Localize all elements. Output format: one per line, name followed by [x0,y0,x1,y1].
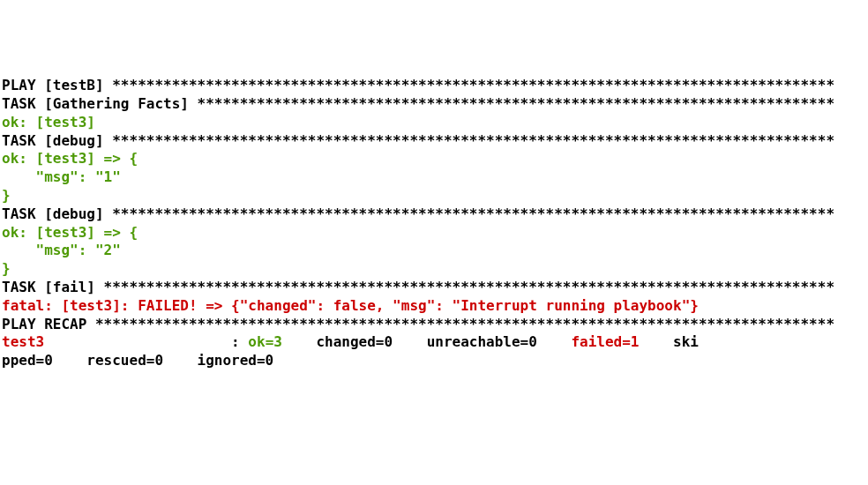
terminal-line: ok: [test3] => { [2,224,868,242]
terminal-line: test3 : ok=3 changed=0 unreachable=0 fai… [2,333,868,352]
terminal-segment: } [2,187,11,204]
terminal-segment: : [44,333,248,350]
terminal-line: TASK [fail] ****************************… [2,279,868,297]
terminal-segment: ok: [test3] => { [2,224,138,241]
terminal-segment: TASK [Gathering Facts] *****************… [2,95,834,112]
terminal-segment: "msg": "1" [2,168,121,185]
terminal-segment: ok=3 [248,333,307,350]
terminal-output: PLAY [testB] ***************************… [2,77,868,370]
terminal-line: pped=0 rescued=0 ignored=0 [2,352,868,370]
terminal-segment: TASK [debug] ***************************… [2,205,834,222]
terminal-line: TASK [debug] ***************************… [2,132,868,151]
terminal-segment: ski [664,333,699,350]
terminal-segment: failed=1 [571,333,664,350]
terminal-line: } [2,187,868,205]
terminal-line: "msg": "2" [2,242,868,260]
terminal-line: ok: [test3] [2,114,868,132]
terminal-line: ok: [test3] => { [2,150,868,168]
terminal-segment: TASK [fail] ****************************… [2,279,834,295]
terminal-segment: pped=0 rescued=0 ignored=0 [2,352,273,369]
terminal-segment: "msg": "2" [2,242,121,258]
terminal-line: TASK [Gathering Facts] *****************… [2,95,868,114]
terminal-segment: TASK [debug] ***************************… [2,132,834,149]
terminal-segment: ok: [test3] [2,114,95,131]
terminal-line: fatal: [test3]: FAILED! => {"changed": f… [2,297,868,316]
terminal-line: PLAY [testB] ***************************… [2,77,868,95]
terminal-line: } [2,260,868,279]
terminal-line: PLAY RECAP *****************************… [2,316,868,334]
terminal-line: TASK [debug] ***************************… [2,205,868,224]
terminal-line: "msg": "1" [2,168,868,187]
terminal-segment: changed=0 unreachable=0 [308,333,572,350]
terminal-segment: ok: [test3] => { [2,150,138,167]
terminal-segment: } [2,260,11,277]
terminal-segment: PLAY [testB] ***************************… [2,77,834,93]
terminal-segment: fatal: [test3]: FAILED! => {"changed": f… [2,297,699,314]
terminal-segment: PLAY RECAP *****************************… [2,316,834,332]
terminal-segment: test3 [2,333,44,350]
